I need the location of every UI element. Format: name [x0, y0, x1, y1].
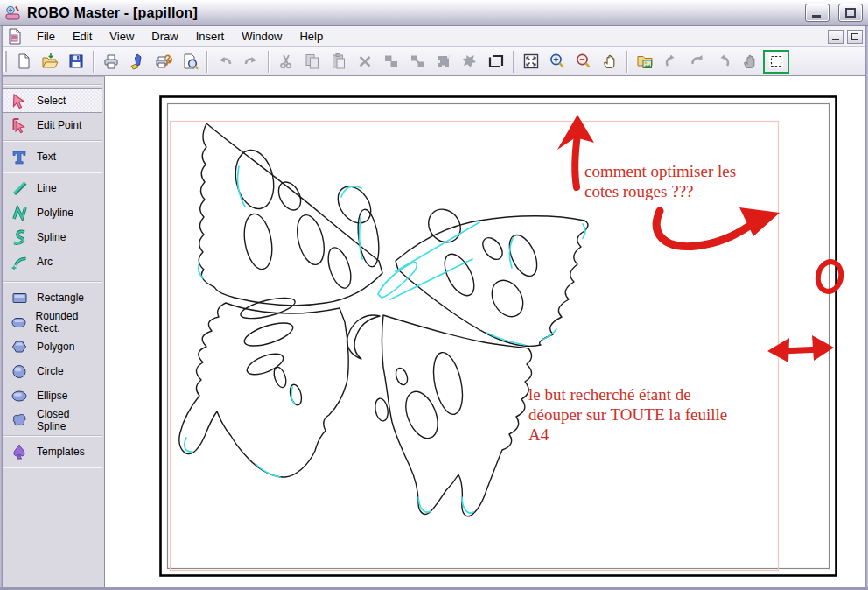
sidebar-item-spline[interactable]: Spline [2, 225, 102, 249]
delete-button[interactable] [352, 50, 378, 74]
sidebar-item-circle[interactable]: Circle [2, 359, 102, 383]
outline-rect-button[interactable] [483, 50, 509, 74]
zoom-out-icon [575, 53, 592, 70]
save-floppy-icon [67, 53, 85, 70]
annotation-note-1: comment optimiser les cotes rouges ??? [584, 161, 736, 201]
undo-icon [216, 53, 234, 70]
window-title: ROBO Master - [papillon] [27, 5, 198, 21]
polygon-icon [9, 337, 30, 356]
fit-window-button[interactable] [518, 50, 544, 74]
save-button[interactable] [63, 50, 89, 74]
toolbar-grip[interactable] [4, 51, 7, 72]
annotation-note-2: le but recherché étant de déouper sur TO… [528, 384, 727, 445]
open-button[interactable] [37, 50, 63, 74]
tool-label: Rectangle [37, 291, 84, 304]
copy-button[interactable] [299, 50, 326, 74]
maximize-button[interactable] [838, 4, 863, 22]
minimize-icon [812, 15, 821, 18]
new-document-icon [15, 53, 32, 70]
edit-point-icon [9, 116, 30, 135]
rotate-left-icon [662, 53, 680, 70]
sidebar-item-templates[interactable]: Templates [2, 439, 102, 464]
sidebar-item-rectangle[interactable]: Rectangle [2, 285, 102, 310]
select-arrow-icon [9, 91, 30, 110]
ungroup-shapes-icon [409, 53, 426, 70]
ellipse-icon [9, 386, 30, 405]
tool-label: Text [37, 151, 56, 163]
sidebar-item-text[interactable]: Text [2, 144, 102, 169]
palette-separator [2, 84, 102, 86]
print-button[interactable] [98, 50, 124, 74]
sidebar-item-polyline[interactable]: Polyline [2, 200, 102, 225]
zoom-out-button[interactable] [570, 50, 597, 74]
combine-button[interactable] [457, 50, 483, 74]
line-icon [9, 179, 30, 198]
sidebar-item-line[interactable]: Line [2, 176, 102, 200]
tool-label: Circle [37, 365, 64, 377]
rotate-right-button[interactable] [710, 50, 737, 74]
sidebar-item-select[interactable]: Select [2, 88, 102, 113]
delete-icon [356, 53, 374, 70]
mdi-child-controls [828, 30, 863, 44]
plot-button[interactable] [124, 50, 150, 74]
group-button[interactable] [378, 50, 404, 74]
pan-hand-icon [601, 53, 619, 70]
cut-button[interactable] [273, 50, 299, 74]
child-minimize-button[interactable] [828, 30, 844, 44]
paste-button[interactable] [326, 50, 352, 74]
tool-label: Arc [37, 256, 52, 268]
sidebar-item-rounded-rect[interactable]: Rounded Rect. [2, 310, 102, 334]
paste-icon [330, 53, 347, 70]
spline-icon [9, 228, 30, 247]
weld-shapes-icon [435, 53, 452, 70]
menu-draw[interactable]: Draw [143, 27, 186, 46]
minimize-button[interactable] [805, 4, 830, 22]
cut-scissors-icon [277, 53, 295, 70]
ungroup-button[interactable] [404, 50, 430, 74]
menu-window[interactable]: Window [233, 27, 290, 46]
menu-insert[interactable]: Insert [187, 27, 234, 46]
palette-separator [2, 140, 102, 142]
sidebar-item-closed-spline[interactable]: Closed Spline [2, 408, 102, 432]
menu-file[interactable]: File [28, 27, 64, 46]
rotate-180-button[interactable] [684, 50, 710, 74]
tool-palette: Select Edit Point Text Line Polyline [0, 76, 105, 590]
menu-edit[interactable]: Edit [64, 27, 101, 46]
drawing-area[interactable]: comment optimiser les cotes rouges ??? l… [105, 76, 868, 590]
sidebar-item-ellipse[interactable]: Ellipse [2, 383, 102, 408]
sidebar-item-polygon[interactable]: Polygon [2, 334, 102, 359]
sidebar-item-arc[interactable]: Arc [2, 249, 102, 274]
pan-button[interactable] [597, 50, 623, 74]
zoom-in-icon [549, 53, 566, 70]
app-window: ROBO Master - [papillon] File Edit View … [0, 0, 868, 590]
undo-button[interactable] [212, 50, 238, 74]
child-restore-button[interactable] [847, 30, 863, 44]
palette-separator [2, 281, 102, 283]
print-preview-button[interactable] [177, 50, 203, 74]
document-system-icon[interactable] [7, 28, 23, 45]
fit-to-window-icon [522, 53, 540, 70]
move-hand-button[interactable] [737, 50, 763, 74]
annotation-line: déouper sur TOUTE la feuille [528, 404, 727, 425]
import-image-button[interactable] [632, 50, 658, 74]
redo-button[interactable] [238, 50, 264, 74]
restore-icon [851, 33, 858, 40]
maximize-icon [845, 8, 856, 18]
tool-label: Closed Spline [37, 408, 102, 432]
app-icon [5, 4, 22, 21]
tool-label: Ellipse [37, 390, 67, 402]
menu-help[interactable]: Help [290, 27, 332, 46]
templates-icon [9, 442, 30, 461]
menu-bar: File Edit View Draw Insert Window Help [0, 26, 868, 47]
tool-label: Templates [37, 446, 85, 458]
rotate-left-button[interactable] [658, 50, 684, 74]
main-toolbar [0, 47, 868, 76]
sidebar-item-edit-point[interactable]: Edit Point [2, 113, 102, 137]
new-button[interactable] [10, 50, 37, 74]
select-area-button[interactable] [763, 50, 789, 74]
print-setup-button[interactable] [150, 50, 177, 74]
menu-view[interactable]: View [101, 27, 143, 46]
weld-button[interactable] [430, 50, 457, 74]
zoom-in-button[interactable] [544, 50, 570, 74]
combine-shapes-icon [461, 53, 479, 70]
